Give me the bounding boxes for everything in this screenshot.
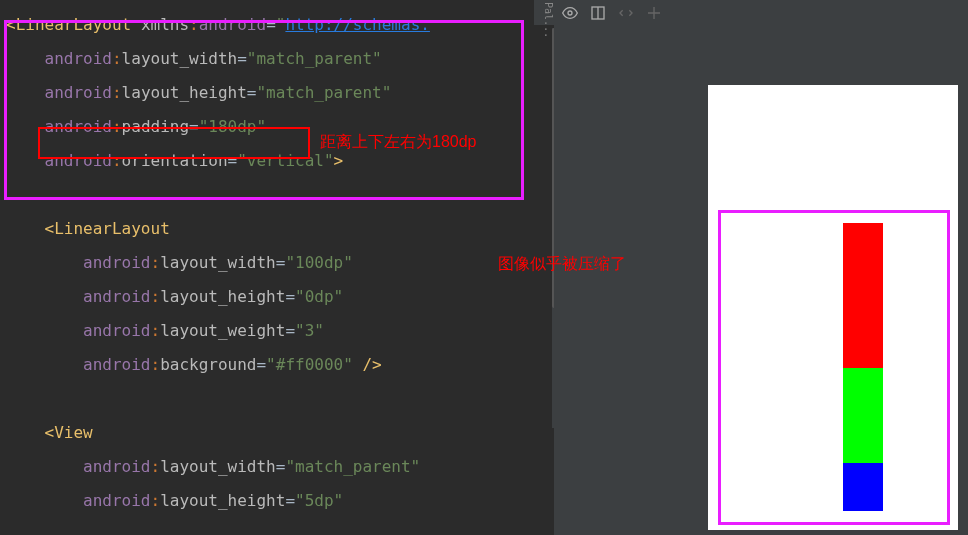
annotation-box-padding [38,127,310,159]
eye-icon[interactable] [562,5,578,25]
annotation-compress-text: 图像似乎被压缩了 [498,254,626,275]
arrows-icon[interactable] [646,5,662,25]
preview-toolbar [554,0,968,30]
svg-point-0 [568,11,572,15]
preview-content [843,223,883,511]
columns-icon[interactable] [590,5,606,25]
annotation-box-outer [4,20,524,200]
palette-tab[interactable]: Pal... [534,0,554,25]
code-line[interactable]: <View [6,416,535,450]
layout-preview-panel [554,30,968,535]
swap-icon[interactable] [618,5,634,25]
preview-selection-highlight [718,210,950,525]
code-line[interactable]: android:layout_weight="3" [6,314,535,348]
code-line[interactable]: android:layout_height="5dp" [6,484,535,518]
red-view [843,223,883,368]
code-line[interactable]: android:background="#ff0000" /> [6,348,535,382]
green-view [843,368,883,463]
code-line[interactable]: <LinearLayout [6,212,535,246]
blue-view [843,463,883,511]
code-line[interactable]: android:layout_height="0dp" [6,280,535,314]
code-line[interactable] [6,382,535,416]
code-line[interactable]: android:layout_width="100dp" [6,246,535,280]
device-preview[interactable] [708,85,958,530]
annotation-padding-text: 距离上下左右为180dp [320,132,477,153]
code-line[interactable]: android:layout_width="match_parent" [6,450,535,484]
